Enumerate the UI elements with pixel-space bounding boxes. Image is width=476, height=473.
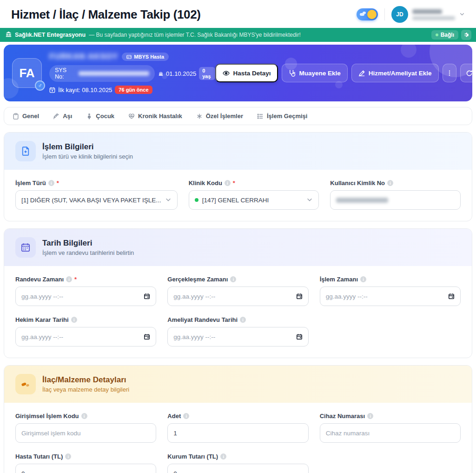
info-icon[interactable]: i xyxy=(65,453,71,460)
first-record: İlk kayıt: 08.10.2025 76 gün önce xyxy=(49,86,152,94)
cihaz-numarasi-input[interactable] xyxy=(326,430,455,437)
hekim-karar-tarihi-input[interactable] xyxy=(21,333,150,340)
active-dot-icon xyxy=(195,198,198,202)
info-icon[interactable]: i xyxy=(225,180,231,186)
section-tarih-bilgileri: Tarih Bilgileri İşlem ve randevu tarihle… xyxy=(4,228,472,358)
field-randevu-zamani: Randevu Zamanı i * xyxy=(15,276,156,306)
field-kurum-tutari: Kurum Tutarı (TL) i xyxy=(167,453,308,473)
refresh-icon xyxy=(466,70,472,77)
more-options-button[interactable] xyxy=(443,64,456,82)
patient-detail-button[interactable]: Hasta Detayı xyxy=(215,64,278,82)
user-meta xyxy=(412,9,455,20)
tab-genel[interactable]: Genel xyxy=(13,113,39,120)
info-icon[interactable]: i xyxy=(71,317,77,323)
file-icon xyxy=(15,141,36,161)
section-subtitle: İlaç veya malzeme detay bilgileri xyxy=(42,386,129,393)
patient-card: FA ♂ FURKAN AKSOY MBYS Hasta SYS No: 01.… xyxy=(4,45,472,101)
refresh-button[interactable] xyxy=(460,64,472,82)
info-icon[interactable]: i xyxy=(240,317,246,323)
chevron-down-icon xyxy=(165,196,172,204)
dots-vertical-icon xyxy=(446,70,453,76)
tab-asi[interactable]: Aşı xyxy=(53,113,72,120)
hasta-tutari-input[interactable] xyxy=(21,470,150,473)
sun-icon xyxy=(367,10,377,19)
tab-kronik-hastalik[interactable]: Kronik Hastalık xyxy=(128,113,182,120)
person-icon xyxy=(86,113,93,120)
section-subtitle: İşlem türü ve klinik bilgilerini seçin xyxy=(42,153,133,160)
islem-zamani-input[interactable] xyxy=(326,293,455,300)
eye-icon xyxy=(223,70,230,77)
gerceklesme-zamani-input[interactable] xyxy=(173,293,302,300)
tab-islem-gecmisi[interactable]: İşlem Geçmişi xyxy=(257,113,307,120)
kimlik-no-input[interactable] xyxy=(330,190,461,210)
tab-ozel-islemler[interactable]: Özel İşlemler xyxy=(196,113,243,120)
field-hekim-karar-tarihi: Hekim Karar Tarihi i xyxy=(15,316,156,346)
ameliyat-randevu-tarihi-input[interactable] xyxy=(173,333,302,340)
section-header: İlaç/Malzeme Detayları İlaç veya malzeme… xyxy=(4,366,472,403)
id-card-icon xyxy=(126,54,132,60)
settings-button[interactable] xyxy=(461,30,471,40)
integration-bar: Sağlık.NET Entegrasyonu — Bu sayfadan ya… xyxy=(0,28,476,42)
sys-no-pill: SYS No: xyxy=(49,65,155,82)
section-header: Tarih Bilgileri İşlem ve randevu tarihle… xyxy=(4,229,472,266)
stethoscope-icon xyxy=(289,70,296,77)
age-badge: 0 yaş xyxy=(199,67,215,80)
syringe-icon xyxy=(53,113,60,120)
section-islem-bilgileri: İşlem Bilgileri İşlem türü ve klinik bil… xyxy=(4,132,472,221)
avatar[interactable]: JD xyxy=(391,6,408,23)
page-title: Hizmet / İlaç / Malzeme Takip (102) xyxy=(11,7,200,22)
islem-turu-select[interactable]: [1] DIĞER (SUT, VAKA BAŞI VEYA PAKET IŞL… xyxy=(15,190,178,210)
gear-icon xyxy=(463,32,469,38)
theme-toggle[interactable] xyxy=(357,8,378,20)
section-title: İşlem Bilgileri xyxy=(42,142,133,152)
info-icon[interactable]: i xyxy=(387,180,393,186)
add-service-button[interactable]: Hizmet/Ameliyat Ekle xyxy=(351,64,439,82)
integration-label: Sağlık.NET Entegrasyonu xyxy=(15,32,86,38)
pen-icon xyxy=(358,70,365,77)
patient-name: FURKAN AKSOY xyxy=(49,52,118,61)
section-title: Tarih Bilgileri xyxy=(42,239,134,248)
info-icon[interactable]: i xyxy=(183,413,189,419)
section-header: İşlem Bilgileri İşlem türü ve klinik bil… xyxy=(4,133,472,170)
tab-cocuk[interactable]: Çocuk xyxy=(86,113,114,120)
bank-icon xyxy=(6,31,12,39)
mbys-badge: MBYS Hasta xyxy=(122,53,169,61)
field-ameliyat-randevu-tarihi: Ameliyat Randevu Tarihi i xyxy=(167,316,308,346)
info-icon[interactable]: i xyxy=(81,413,87,419)
heart-pulse-icon xyxy=(128,113,135,120)
kurum-tutari-input[interactable] xyxy=(173,470,302,473)
app-header: Hizmet / İlaç / Malzeme Takip (102) JD xyxy=(0,0,476,28)
birth-date: 01.10.2025 0 yaş xyxy=(159,67,215,80)
clipboard-icon xyxy=(13,113,19,120)
add-examination-button[interactable]: Muayene Ekle xyxy=(282,64,347,82)
chevron-down-icon[interactable] xyxy=(459,10,465,19)
adet-input[interactable] xyxy=(173,430,302,437)
field-kimlik-no: Kullanıcı Kimlik No i xyxy=(330,180,461,210)
section-ilac-malzeme: İlaç/Malzeme Detayları İlaç veya malzeme… xyxy=(4,365,472,473)
field-klinik-kodu: Klinik Kodu i * [147] GENEL CERRAHI xyxy=(189,180,319,210)
girisimsel-islem-kodu-input[interactable] xyxy=(21,430,150,437)
klinik-kodu-select[interactable]: [147] GENEL CERRAHI xyxy=(189,190,319,210)
info-icon[interactable]: i xyxy=(367,413,373,419)
calendar-icon xyxy=(15,237,36,258)
field-gerceklesme-zamani: Gerçekleşme Zamanı i xyxy=(167,276,308,306)
pill-icon xyxy=(15,374,36,394)
calendar-plus-icon xyxy=(49,87,55,93)
info-icon[interactable]: i xyxy=(220,453,226,460)
randevu-zamani-input[interactable] xyxy=(21,293,150,300)
user-menu[interactable]: JD xyxy=(391,6,465,23)
cloud-icon xyxy=(363,12,366,14)
user-name-redacted xyxy=(412,9,442,14)
divider xyxy=(384,8,385,20)
field-islem-turu: İşlem Türü i * [1] DIĞER (SUT, VAKA BAŞI… xyxy=(15,180,178,210)
male-gender-icon: ♂ xyxy=(35,80,45,91)
integration-message: — Bu sayfadan yaptığınız tüm işlemler T.… xyxy=(89,32,301,38)
info-icon[interactable]: i xyxy=(360,276,366,282)
info-icon[interactable]: i xyxy=(48,180,54,186)
field-cihaz-numarasi: Cihaz Numarası i xyxy=(320,413,461,443)
info-icon[interactable]: i xyxy=(230,276,236,282)
cake-icon xyxy=(159,71,163,77)
info-icon[interactable]: i xyxy=(66,276,72,282)
field-islem-zamani: İşlem Zamanı i xyxy=(320,276,461,306)
kimlik-no-redacted xyxy=(336,198,388,203)
